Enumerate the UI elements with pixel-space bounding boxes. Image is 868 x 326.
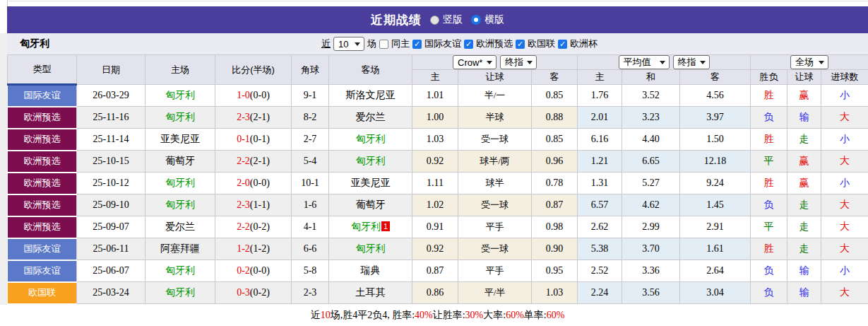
cell-score: 2-2(0-2) bbox=[215, 216, 292, 238]
layout-option-horizontal-label[interactable]: 横版 bbox=[484, 13, 504, 26]
summary-text: 大率: bbox=[483, 309, 506, 322]
recent-results-panel: 近期战绩 竖版 横版 匈牙利 近 10 场 同主 国际友谊 欧洲预选 欧国联 欧… bbox=[7, 6, 868, 326]
summary-value: 60% bbox=[547, 310, 565, 321]
filter-controls: 近 10 场 同主 国际友谊 欧洲预选 欧国联 欧洲杯 bbox=[321, 33, 598, 54]
competition-checkbox-euro-cup[interactable] bbox=[558, 40, 567, 49]
cell-date: 25-06-07 bbox=[77, 260, 145, 282]
competition-label-euro-qualifier[interactable]: 欧洲预选 bbox=[476, 37, 513, 50]
cell-result-wdl: 负 bbox=[751, 194, 787, 216]
header-date: 日期 bbox=[77, 55, 145, 85]
layout-option-vertical-label[interactable]: 竖版 bbox=[443, 13, 463, 26]
subheader-handicap: 让球 bbox=[458, 70, 532, 85]
cell-home-team: 匈牙利 bbox=[145, 107, 215, 129]
cell-avg-away: 12.18 bbox=[680, 151, 751, 173]
competition-checkbox-friendly[interactable] bbox=[412, 40, 422, 49]
subheader-avg-away: 客 bbox=[680, 70, 751, 85]
cell-corners: 4-1 bbox=[292, 216, 329, 238]
cell-away-team: 斯洛文尼亚 bbox=[329, 85, 412, 107]
results-table: 类型 日期 主场 比分(半场) 角球 客场 Crow* 终指 平均值 终指 bbox=[7, 54, 868, 305]
scope-select[interactable]: 全场 bbox=[790, 55, 828, 69]
summary-value: 10 bbox=[321, 310, 331, 321]
cell-avg-away: 1.50 bbox=[680, 129, 751, 151]
competition-checkbox-nations-league[interactable] bbox=[516, 40, 525, 49]
cell-avg-away: 2.64 bbox=[680, 260, 751, 282]
summary-text: 单率: bbox=[524, 309, 547, 322]
cell-away-team: 亚美尼亚 bbox=[329, 173, 412, 194]
table-header: 类型 日期 主场 比分(半场) 角球 客场 Crow* 终指 平均值 终指 bbox=[8, 55, 868, 85]
cell-odds-away: 0.85 bbox=[532, 85, 578, 107]
cell-type-badge: 欧洲预选 bbox=[8, 173, 77, 194]
header-corner: 角球 bbox=[292, 55, 329, 85]
cell-avg-away: 4.56 bbox=[680, 85, 751, 107]
cell-avg-home: 2.52 bbox=[578, 260, 622, 282]
recent-count-select[interactable]: 10 bbox=[333, 37, 364, 51]
header-group-average: 平均值 终指 bbox=[578, 55, 751, 70]
table-row: 欧洲预选25-11-16匈牙利2-3(2-1)8-2爱尔兰1.00半球0.882… bbox=[8, 107, 868, 129]
cell-avg-away: 9.24 bbox=[680, 173, 751, 194]
cell-result-goals: 大 bbox=[821, 282, 868, 304]
cell-result-handicap: 走 bbox=[787, 129, 821, 151]
cell-corners: 9-1 bbox=[292, 85, 329, 107]
cell-score: 2-3(2-1) bbox=[215, 107, 292, 129]
cell-odds-away: 0.95 bbox=[532, 260, 578, 282]
cell-result-goals: 小 bbox=[821, 129, 868, 151]
cell-avg-away: 1.45 bbox=[680, 194, 751, 216]
competition-label-euro-cup[interactable]: 欧洲杯 bbox=[570, 37, 598, 50]
bookmaker-stage-select[interactable]: 终指 bbox=[500, 55, 537, 69]
cell-date: 25-11-16 bbox=[77, 107, 145, 129]
cell-result-goals: 大 bbox=[821, 216, 868, 238]
cell-avg-away: 2.91 bbox=[680, 216, 751, 238]
bookmaker-select[interactable]: Crow* bbox=[453, 55, 497, 69]
cell-result-goals: 小 bbox=[821, 173, 868, 194]
summary-text: 近 bbox=[311, 309, 321, 322]
cell-odds-away: 0.85 bbox=[532, 129, 578, 151]
cell-odds-away: 0.90 bbox=[532, 238, 578, 260]
average-select[interactable]: 平均值 bbox=[619, 55, 670, 69]
recent-link[interactable]: 近 bbox=[321, 37, 331, 50]
same-home-checkbox[interactable] bbox=[379, 40, 388, 49]
layout-option-vertical[interactable]: 竖版 bbox=[430, 13, 463, 26]
header-type: 类型 bbox=[8, 55, 77, 85]
header-home: 主场 bbox=[145, 55, 215, 85]
radio-horizontal-icon[interactable] bbox=[471, 15, 481, 25]
cell-score: 1-2(1-2) bbox=[215, 238, 292, 260]
cell-result-handicap: 走 bbox=[787, 194, 821, 216]
cell-date: 25-09-10 bbox=[77, 194, 145, 216]
table-row: 欧洲预选25-10-15葡萄牙2-2(2-1)5-4匈牙利0.92球半/两0.9… bbox=[8, 151, 868, 173]
competition-checkbox-euro-qualifier[interactable] bbox=[464, 40, 473, 49]
cell-away-team: 葡萄牙 bbox=[329, 194, 412, 216]
competition-label-nations-league[interactable]: 欧国联 bbox=[528, 37, 555, 50]
average-stage-select[interactable]: 终指 bbox=[673, 55, 710, 69]
cell-avg-away: 1.61 bbox=[680, 238, 751, 260]
layout-option-horizontal[interactable]: 横版 bbox=[471, 13, 504, 26]
cell-result-wdl: 胜 bbox=[751, 85, 787, 107]
cell-avg-draw: 3.70 bbox=[622, 238, 680, 260]
cell-avg-home: 1.76 bbox=[578, 85, 622, 107]
page-title: 近期战绩 bbox=[371, 12, 422, 28]
cell-result-goals: 大 bbox=[821, 107, 868, 129]
header-score: 比分(半场) bbox=[215, 55, 292, 85]
cell-type-badge: 国际友谊 bbox=[8, 260, 77, 282]
cell-result-wdl: 平 bbox=[751, 216, 787, 238]
cell-away-team: 匈牙利 bbox=[329, 238, 412, 260]
table-row: 国际友谊25-06-11阿塞拜疆1-2(1-2)6-6匈牙利0.92受一球0.9… bbox=[8, 238, 868, 260]
chevron-down-icon bbox=[527, 61, 533, 64]
radio-vertical-icon[interactable] bbox=[430, 16, 439, 25]
cell-odds-home: 1.11 bbox=[412, 173, 458, 194]
cell-result-handicap: 输 bbox=[787, 107, 821, 129]
cell-avg-draw: 3.56 bbox=[622, 282, 680, 304]
table-row: 欧洲预选25-09-10匈牙利2-3(1-1)1-6葡萄牙1.02受一球0.87… bbox=[8, 194, 868, 216]
cell-type-badge: 欧洲预选 bbox=[8, 129, 77, 151]
cell-home-team: 匈牙利 bbox=[145, 194, 215, 216]
cell-result-handicap: 走 bbox=[787, 216, 821, 238]
cell-home-team: 爱尔兰 bbox=[145, 216, 215, 238]
same-home-label[interactable]: 同主 bbox=[391, 37, 410, 50]
cell-corners: 6-6 bbox=[292, 238, 329, 260]
cell-date: 25-03-24 bbox=[77, 282, 145, 304]
competition-label-friendly[interactable]: 国际友谊 bbox=[424, 37, 461, 50]
cell-corners: 10-1 bbox=[292, 173, 329, 194]
title-bar: 近期战绩 竖版 横版 bbox=[7, 6, 868, 33]
cell-date: 25-10-12 bbox=[77, 173, 145, 194]
cell-corners: 2-7 bbox=[292, 129, 329, 151]
cell-result-goals: 大 bbox=[821, 151, 868, 173]
